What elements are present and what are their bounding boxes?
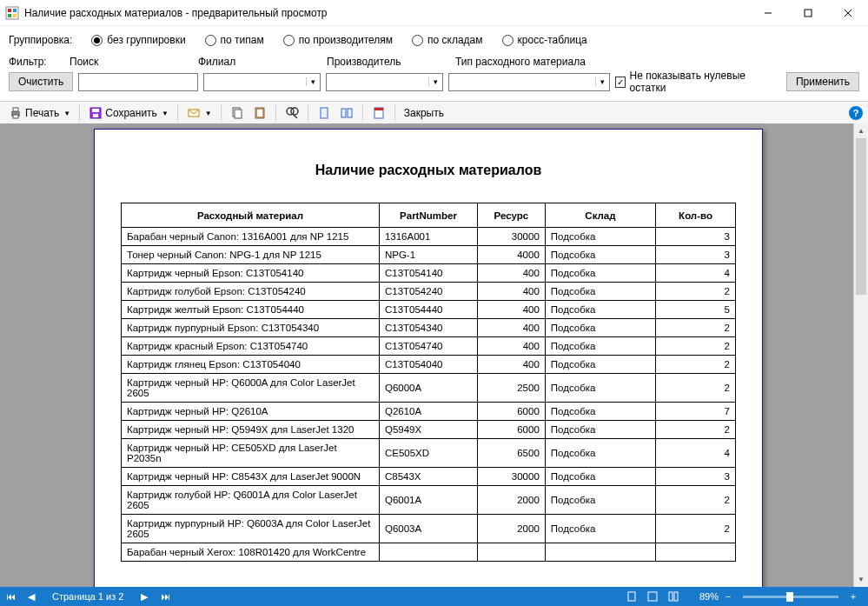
checkbox-icon: ✓ bbox=[615, 77, 626, 88]
table-cell: Картридж черный HP: Q5949X для LaserJet … bbox=[122, 421, 380, 439]
page-single-icon bbox=[317, 106, 331, 120]
preview-area[interactable]: Наличие расходных материалов Расходный м… bbox=[0, 123, 868, 587]
zoom-multi-icon bbox=[667, 590, 679, 603]
radio-icon bbox=[412, 35, 423, 46]
table-cell bbox=[656, 543, 736, 562]
table-row: Картридж черный Epson: C13T054140C13T054… bbox=[122, 264, 736, 283]
apply-button[interactable]: Применить bbox=[786, 72, 859, 91]
zoom-percent: 89% bbox=[699, 591, 719, 602]
paste-button[interactable] bbox=[249, 104, 270, 122]
clear-button[interactable]: Очистить bbox=[9, 72, 73, 91]
print-button[interactable]: Печать▼ bbox=[5, 104, 74, 122]
zoom-out-full-button[interactable] bbox=[621, 587, 642, 606]
table-row: Барабан черный Canon: 1316A001 для NP 12… bbox=[122, 228, 736, 246]
table-cell: Подсобка bbox=[545, 228, 655, 246]
table-row: Картридж пурпурный Epson: C13T054340C13T… bbox=[122, 319, 736, 337]
chevron-down-icon: ▼ bbox=[63, 110, 70, 117]
table-cell: Картридж черный HP: Q2610A bbox=[122, 403, 380, 421]
column-header: Расходный материал bbox=[122, 203, 380, 228]
manufacturer-combo[interactable]: ▾ bbox=[326, 73, 443, 91]
table-row: Картридж пурпурный HP: Q6003A для Color … bbox=[122, 515, 736, 543]
chevron-down-icon: ▼ bbox=[205, 110, 212, 117]
radio-no-grouping[interactable]: без группировки bbox=[91, 34, 185, 46]
svg-rect-10 bbox=[13, 108, 18, 111]
table-cell: Картридж голубой HP: Q6001A для Color La… bbox=[122, 486, 380, 515]
scroll-up-icon[interactable]: ▲ bbox=[854, 123, 868, 138]
svg-rect-27 bbox=[374, 108, 383, 110]
scroll-down-icon[interactable]: ▼ bbox=[854, 572, 868, 587]
vertical-scrollbar[interactable]: ▲ ▼ bbox=[853, 123, 868, 587]
table-cell bbox=[545, 543, 655, 562]
column-header: Склад bbox=[545, 203, 655, 228]
svg-rect-6 bbox=[805, 10, 812, 17]
svg-rect-17 bbox=[235, 110, 242, 118]
search-input[interactable] bbox=[78, 73, 198, 91]
view-double-button[interactable] bbox=[336, 104, 357, 122]
radio-crosstable[interactable]: кросс-таблица bbox=[502, 34, 587, 46]
zoom-out-button[interactable]: − bbox=[719, 591, 738, 602]
report-page: Наличие расходных материалов Расходный м… bbox=[94, 129, 763, 587]
table-cell: 2 bbox=[656, 337, 736, 356]
zoom-actual-button[interactable] bbox=[642, 587, 663, 606]
hide-zero-checkbox[interactable]: ✓Не показывать нулевые остатки bbox=[615, 70, 781, 94]
zoom-thumb[interactable] bbox=[786, 592, 793, 602]
table-cell: 400 bbox=[478, 356, 546, 374]
close-button[interactable] bbox=[828, 0, 868, 26]
table-cell: Q6001A bbox=[379, 486, 477, 515]
radio-by-warehouse[interactable]: по складам bbox=[412, 34, 483, 46]
table-cell: 2 bbox=[656, 319, 736, 337]
table-cell: 3 bbox=[656, 246, 736, 264]
radio-by-manufacturer[interactable]: по производителям bbox=[283, 34, 393, 46]
branch-label: Филиал bbox=[198, 56, 327, 68]
zoom-width-icon bbox=[646, 590, 659, 603]
svg-rect-19 bbox=[257, 110, 262, 117]
table-cell: Подсобка bbox=[545, 486, 655, 515]
zoom-multi-button[interactable] bbox=[663, 587, 684, 606]
table-cell: Барабан черный Xerox: 108R01420 для Work… bbox=[122, 543, 380, 562]
filter-label: Фильтр: bbox=[9, 56, 70, 68]
zoom-in-button[interactable]: + bbox=[844, 591, 863, 602]
first-page-button[interactable]: ⏮ bbox=[0, 587, 21, 606]
page-setup-button[interactable] bbox=[368, 104, 389, 122]
table-row: Картридж голубой HP: Q6001A для Color La… bbox=[122, 486, 736, 515]
scroll-thumb[interactable] bbox=[856, 138, 866, 295]
branch-combo[interactable]: ▾ bbox=[203, 73, 321, 91]
svg-rect-1 bbox=[8, 9, 11, 12]
zoom-slider[interactable] bbox=[743, 596, 838, 598]
table-row: Картридж красный Epson: C13T054740C13T05… bbox=[122, 337, 736, 356]
table-cell: Подсобка bbox=[545, 515, 655, 543]
app-icon bbox=[5, 6, 19, 20]
search-icon bbox=[285, 106, 299, 120]
search-label: Поиск bbox=[70, 56, 198, 68]
close-preview-button[interactable]: Закрыть bbox=[401, 105, 447, 121]
last-page-button[interactable]: ⏭ bbox=[155, 587, 176, 606]
save-button[interactable]: Сохранить▼ bbox=[85, 104, 172, 122]
table-cell: Барабан черный Canon: 1316A001 для NP 12… bbox=[122, 228, 380, 246]
copy-button[interactable] bbox=[227, 104, 248, 122]
column-header: Ресурс bbox=[478, 203, 546, 228]
prev-page-button[interactable]: ◀ bbox=[21, 587, 42, 606]
column-header: Кол-во bbox=[656, 203, 736, 228]
mail-button[interactable]: ▼ bbox=[183, 104, 215, 122]
table-cell: Q6000A bbox=[379, 374, 477, 403]
svg-rect-30 bbox=[669, 592, 673, 601]
svg-rect-31 bbox=[674, 592, 678, 601]
table-cell: Подсобка bbox=[545, 403, 655, 421]
filter-row: Фильтр: Поиск Филиал Производитель Тип р… bbox=[0, 54, 868, 101]
table-cell: Подсобка bbox=[545, 319, 655, 337]
material-type-combo[interactable]: ▾ bbox=[448, 73, 610, 91]
table-row: Картридж черный HP: Q5949X для LaserJet … bbox=[122, 421, 736, 439]
maximize-button[interactable] bbox=[788, 0, 828, 26]
table-cell: Картридж пурпурный HP: Q6003A для Color … bbox=[122, 515, 380, 543]
table-cell: Картридж голубой Epson: C13T054240 bbox=[122, 283, 380, 301]
table-cell: Картридж черный HP: CE505XD для LaserJet… bbox=[122, 439, 380, 468]
table-row: Картридж желтый Epson: C13T054440C13T054… bbox=[122, 301, 736, 319]
next-page-button[interactable]: ▶ bbox=[134, 587, 155, 606]
help-icon[interactable]: ? bbox=[849, 106, 863, 120]
radio-by-type[interactable]: по типам bbox=[205, 34, 264, 46]
table-row: Картридж глянец Epson: C13T054040C13T054… bbox=[122, 356, 736, 374]
view-single-button[interactable] bbox=[314, 104, 335, 122]
minimize-button[interactable] bbox=[748, 0, 788, 26]
table-cell: 2 bbox=[656, 283, 736, 301]
find-button[interactable] bbox=[282, 104, 302, 122]
